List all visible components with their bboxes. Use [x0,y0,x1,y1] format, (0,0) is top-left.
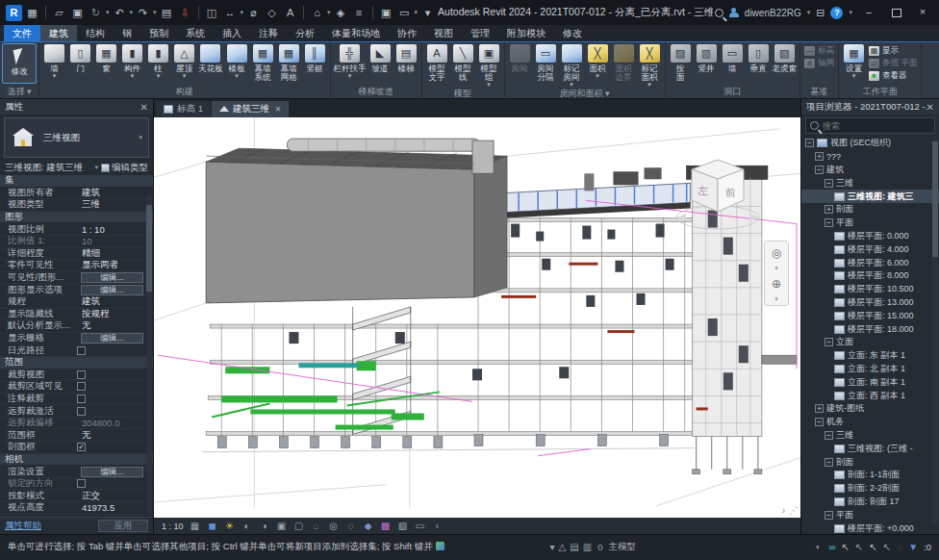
tree-item-平面[interactable]: −平面 [801,508,939,522]
property-value[interactable]: 精细 [82,247,143,260]
section-icon[interactable]: ◫ [204,5,220,21]
ribbon-button-老虎窗[interactable]: ▧老虎窗 [772,43,799,73]
ribbon-tab-钢[interactable]: 钢 [114,25,140,41]
property-value[interactable]: 显示两者 [82,259,143,271]
user-menu-caret-icon[interactable]: ▾ [807,9,811,16]
ribbon-button-坡道[interactable]: ◣坡道 [368,43,393,73]
tree-item-剖面2-2剖面[interactable]: 剖面: 2-2剖面 [801,482,939,496]
collapse-icon[interactable]: − [805,139,814,147]
design-options-icon[interactable]: ▥ [583,542,592,552]
ribbon-button-标记面积[interactable]: ╳标记 面积▾ [637,43,663,88]
tree-item-机务[interactable]: −机务 [801,416,939,429]
tree-item-立面西副本1[interactable]: 立面: 西 副本 1 [801,389,939,402]
ribbon-button-屋顶[interactable]: △屋顶▾ [171,43,197,79]
select-links-icon[interactable]: ↖ [842,542,850,552]
open-icon[interactable]: ▱ [51,5,67,21]
active-workset-icon[interactable]: △ [559,542,567,552]
type-selector[interactable]: 三维视图 ▾ [4,117,149,158]
property-value[interactable]: 1 : 10 [82,224,143,235]
resize-grip[interactable]: ⋰ [789,505,799,516]
filter-count[interactable]: :0 [924,542,931,552]
view-cube[interactable]: 左 前 [673,152,762,235]
tree-item-剖面1-1剖面[interactable]: 剖面: 1-1剖面 [801,469,939,482]
switch-windows-icon-caret[interactable]: ▾ [415,9,419,16]
property-value[interactable]: 10 [82,236,143,246]
crop-region-icon[interactable]: ▢ [293,521,305,531]
help-icon[interactable]: ? [830,7,843,19]
analytical-model-icon[interactable]: ◆ [363,521,374,531]
sync-with-central-icon-caret[interactable]: ▾ [106,9,110,16]
import-icon[interactable]: ⇩ [177,5,193,21]
ribbon-tab-修改[interactable]: 修改 [554,25,591,41]
property-checkbox[interactable] [77,382,86,391]
property-checkbox[interactable] [77,370,86,379]
switch-windows-icon[interactable]: ▭ [396,5,413,21]
ribbon-button-柱[interactable]: ▮柱▾ [145,43,171,79]
panel-label-选择[interactable]: 选择 ▾ [0,86,38,98]
property-checkbox[interactable] [77,479,86,488]
help-menu-caret-icon[interactable]: ▾ [849,9,852,16]
view-scale[interactable]: 1 : 10 [162,522,184,531]
app-store-icon[interactable]: ⊟ [816,7,825,19]
ribbon-button-幕墙网格[interactable]: ▦幕墙 网格 [276,43,302,82]
navbar-caret-icon[interactable]: ▾ [774,265,778,272]
restore-button[interactable] [885,4,906,21]
tree-item-剖面[interactable]: −剖面 [801,455,939,469]
ribbon-button-查看器[interactable]: ■查看器 [869,70,917,81]
property-checkbox[interactable] [77,395,86,403]
collapse-icon[interactable]: ‹ [432,521,444,531]
ribbon-tab-体量和场地[interactable]: 体量和场地 [323,25,389,41]
tree-item-剖面[interactable]: +剖面 [801,203,939,216]
tree-item-[interactable]: +??? [801,150,939,164]
properties-close-icon[interactable]: ✕ [140,102,148,113]
ribbon-button-显示[interactable]: ▦显示 [869,45,917,56]
ribbon-button-墙[interactable]: ▭墙 [720,43,746,73]
copy-icon[interactable]: ▣ [378,5,394,21]
panel-label-房间和面积[interactable]: 房间和面积 ▾ [505,88,665,99]
ribbon-button-构件[interactable]: ▮构件▾ [119,43,145,79]
temporary-hide-icon[interactable]: ◌ [345,521,357,531]
property-group-集[interactable]: 集 [0,175,153,188]
undo-icon-caret[interactable]: ▾ [130,9,134,16]
zoom-caret-icon[interactable]: ▾ [774,295,778,303]
redo-icon[interactable]: ↷ [135,5,151,21]
ribbon-button-按面[interactable]: ▨按 面 [668,43,694,82]
redo-icon-caret[interactable]: ▾ [153,9,157,16]
tree-item-三维视图三维-[interactable]: 三维视图: (三维 - [801,442,939,455]
visual-style-icon[interactable]: ◼ [207,521,218,531]
property-value[interactable]: 41973.5 [82,502,143,513]
measure-icon-caret[interactable]: ▾ [241,9,244,16]
text-icon[interactable]: A [282,5,298,21]
tag-icon[interactable]: ◇ [264,5,280,21]
type-selector-caret-icon[interactable]: ▾ [139,134,142,141]
sun-path-icon[interactable]: ☀ [224,521,236,531]
editing-requests-icon[interactable]: ∞ [829,542,836,552]
property-checkbox[interactable] [77,407,86,416]
edit-button[interactable]: 编辑... [81,333,143,344]
signed-in-user[interactable]: diwenB22RG [745,8,801,18]
search-icon[interactable] [715,9,723,17]
tree-item-楼层平面0000[interactable]: 楼层平面: 0.000 [801,230,939,243]
tree-item-立面[interactable]: −立面 [801,336,939,349]
ribbon-button-墙[interactable]: 墙▾ [41,43,67,79]
collapse-icon[interactable]: − [815,418,824,426]
apply-button[interactable]: 应用 [98,520,148,532]
reveal-hidden-icon[interactable]: ◎ [328,521,340,531]
ribbon-button-竖井[interactable]: ▥竖井 [694,43,720,73]
tree-item-立面北副本1[interactable]: 立面: 北 副本 1 [801,363,939,376]
design-option-select[interactable]: 主模型 ▾ [608,541,819,553]
expand-icon[interactable]: + [815,152,824,161]
tree-item-楼层平面4000[interactable]: 楼层平面: 4.000 [801,242,939,256]
print-icon[interactable]: ▤ [159,5,175,21]
qat-customize-icon[interactable]: ▾ [419,5,436,21]
ribbon-button-栏杆扶手[interactable]: ╬栏杆扶手▾ [333,43,368,79]
crop-view-icon[interactable]: ▣ [276,521,288,531]
press-drag-icon[interactable]: ◌ [897,542,902,552]
zoom-icon[interactable]: ⊕ [767,274,786,293]
measure-icon[interactable]: ↔ [222,5,239,21]
ribbon-tab-建筑[interactable]: 建筑 [40,25,77,41]
property-checkbox[interactable]: ✓ [77,443,86,451]
view-tab-标高1[interactable]: 标高 1 [156,101,211,117]
default-3d-view-icon-caret[interactable]: ▾ [327,9,331,16]
collapse-icon[interactable]: − [825,511,833,520]
